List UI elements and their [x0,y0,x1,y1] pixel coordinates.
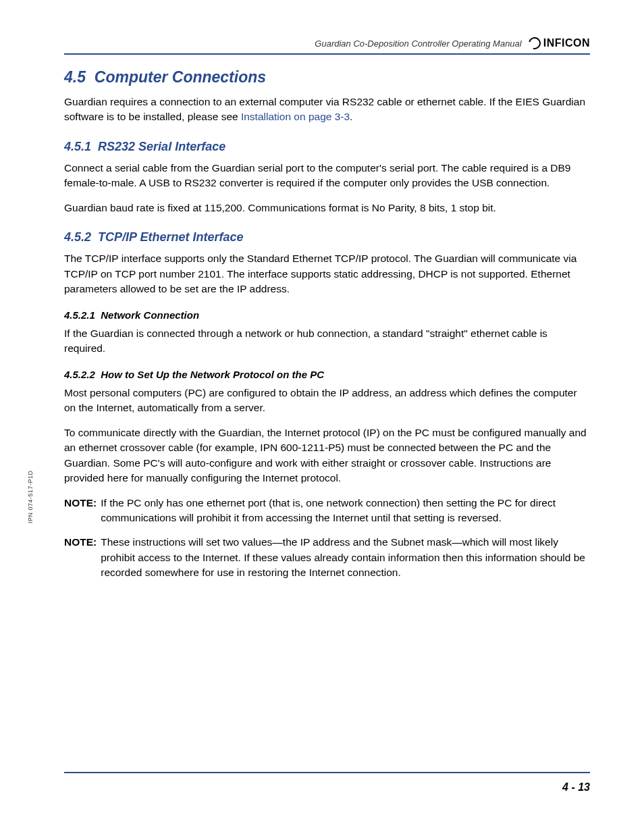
sub2_2-p2: To communicate directly with the Guardia… [64,425,590,486]
sub2_1-p1: If the Guardian is connected through a n… [64,326,590,357]
page-header: Guardian Co-Deposition Controller Operat… [64,37,590,53]
note-2: NOTE: These instructions will set two va… [64,535,590,580]
sub1-p1: Connect a serial cable from the Guardian… [64,161,590,191]
page-number: 4 - 13 [562,781,590,793]
header-rule [64,53,590,55]
subsection-451: 4.5.1 RS232 Serial Interface [64,140,590,154]
note-1-body: If the PC only has one ethernet port (th… [101,496,590,526]
subsection-452: 4.5.2 TCP/IP Ethernet Interface [64,230,590,244]
note-label: NOTE: [64,535,101,580]
subsub-4521: 4.5.2.1 Network Connection [64,309,590,321]
logo-icon [526,35,543,52]
manual-title: Guardian Co-Deposition Controller Operat… [315,38,521,49]
installation-link[interactable]: Installation on page 3-3 [241,111,350,122]
subsub-4522: 4.5.2.2 How to Set Up the Network Protoc… [64,369,590,380]
section-heading: 4.5 Computer Connections [64,68,590,86]
brand-text: INFICON [543,37,590,49]
note-1: NOTE: If the PC only has one ethernet po… [64,496,590,526]
sub2-p1: The TCP/IP interface supports only the S… [64,251,590,296]
side-ipn-label: IPN 074-517-P1D [27,470,34,523]
sub2_2-p1: Most personal computers (PC) are configu… [64,386,590,416]
note-label: NOTE: [64,496,101,526]
note-2-body: These instructions will set two values—t… [101,535,590,580]
sub1-p2: Guardian baud rate is fixed at 115,200. … [64,201,590,215]
footer-rule [64,772,590,773]
section-intro: Guardian requires a connection to an ext… [64,95,590,125]
brand-logo: INFICON [529,37,590,49]
